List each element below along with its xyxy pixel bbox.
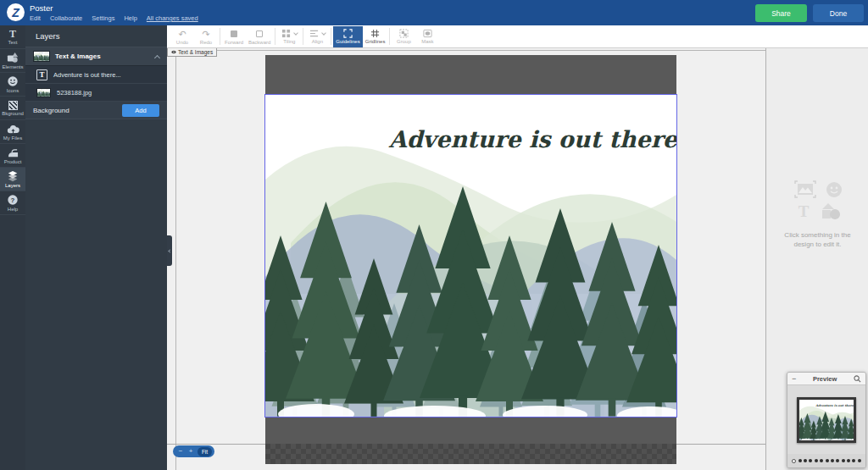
empty-selection-hint: Click something in the design to edit it… (774, 231, 862, 250)
elements-icon (7, 52, 19, 64)
document-title: Poster (30, 3, 53, 13)
zoom-out-button[interactable]: − (175, 446, 186, 456)
image-layer-thumbnail (36, 88, 51, 97)
preview-dot[interactable] (820, 459, 823, 462)
preview-dot[interactable] (826, 459, 829, 462)
design-canvas[interactable] (265, 95, 676, 417)
layers-icon (7, 170, 19, 182)
preview-dot[interactable] (842, 459, 845, 462)
cloud-upload-icon (7, 124, 19, 135)
zoom-control: − + Fit (173, 445, 214, 457)
help-icon: ? (7, 194, 19, 206)
top-bar: Z Poster Edit Collaborate Settings Help … (0, 0, 868, 25)
gridlines-icon (370, 29, 380, 38)
zoom-in-button[interactable]: + (186, 446, 196, 456)
rail-item-icons[interactable]: Icons (0, 73, 25, 97)
work-area: Text & Images − + Fit (167, 48, 765, 470)
layer-item-image[interactable]: 5238188.jpg (25, 84, 167, 102)
redo-icon: ↷ (202, 29, 209, 39)
menu-collaborate[interactable]: Collaborate (50, 14, 82, 22)
canvas-toolbar: ↶ Undo ↷ Redo Forward Backward Tiling (167, 25, 868, 48)
zoom-fit-button[interactable]: Fit (198, 447, 212, 456)
design-editor-window: Z Poster Edit Collaborate Settings Help … (0, 0, 868, 470)
done-button[interactable]: Done (813, 4, 864, 22)
preview-dot[interactable] (792, 459, 796, 463)
top-guideline (167, 50, 765, 51)
empty-selection-placeholder: T Click something in the design to edit … (766, 180, 868, 250)
text-icon: T (9, 29, 16, 39)
preview-header: − Preview (787, 373, 865, 385)
redo-button[interactable]: ↷ Redo (194, 26, 218, 47)
send-backward-icon (256, 29, 263, 39)
preview-dot[interactable] (852, 459, 855, 462)
align-icon (309, 29, 319, 38)
group-button[interactable]: Group (392, 26, 415, 47)
brand-logo-icon[interactable]: Z (7, 3, 25, 21)
text-layer-icon: T (36, 69, 47, 80)
rail-item-help[interactable]: ? Help (0, 191, 25, 215)
magnifier-icon[interactable] (854, 375, 861, 383)
layer-item-text[interactable]: T Adventure is out there... (25, 66, 167, 84)
product-press-icon (7, 147, 19, 158)
preview-dot[interactable] (858, 459, 861, 462)
svg-text:?: ? (11, 196, 15, 204)
menu-settings[interactable]: Settings (92, 14, 114, 22)
backward-button[interactable]: Backward (246, 26, 273, 47)
menu-bar: Edit Collaborate Settings Help All chang… (30, 14, 198, 22)
background-icon (8, 101, 18, 110)
panel-collapse-handle[interactable] (167, 235, 172, 266)
collapse-chevron-icon[interactable] (154, 54, 160, 60)
undo-button[interactable]: ↶ Undo (170, 26, 194, 47)
guidelines-toggle[interactable]: Guidelines (333, 26, 362, 47)
layers-panel: Layers Text & Images T Adventure is out … (25, 25, 167, 470)
inspector-panel: T Click something in the design to edit … (765, 48, 868, 470)
align-button[interactable]: Align (305, 26, 329, 47)
rail-item-product[interactable]: Product (0, 144, 25, 168)
preview-panel: − Preview (787, 372, 866, 468)
layer-group-thumbnail (33, 51, 50, 62)
tool-rail: T Text Elements Icons Bkground (0, 25, 25, 470)
layers-panel-title: Layers (25, 25, 167, 47)
preview-dot[interactable] (804, 459, 807, 462)
group-icon (399, 29, 409, 38)
rail-item-myfiles[interactable]: My Files (0, 120, 25, 144)
preview-dot[interactable] (836, 459, 839, 462)
svg-text:T: T (798, 202, 809, 220)
add-background-button[interactable]: Add (122, 104, 159, 117)
all-changes-saved-link[interactable]: All changes saved (147, 14, 198, 22)
smiley-icon (7, 75, 19, 87)
preview-thumbnail (799, 400, 854, 440)
shapes-placeholder-icon (821, 203, 841, 220)
poster-bleed-bottom (265, 417, 676, 444)
poster-transparency-strip (265, 444, 676, 464)
background-row: Background Add (25, 102, 167, 119)
mask-button[interactable]: Mask (415, 26, 439, 47)
layer-group-text-images[interactable]: Text & Images (25, 47, 167, 66)
preview-dot[interactable] (815, 459, 818, 462)
smiley-placeholder-icon (826, 181, 843, 198)
forward-button[interactable]: Forward (222, 26, 246, 47)
tiling-button[interactable]: Tiling (277, 26, 301, 47)
visibility-icon (171, 50, 176, 54)
gridlines-toggle[interactable]: Gridlines (363, 26, 388, 47)
rail-item-text[interactable]: T Text (0, 25, 25, 49)
canvas-tab-text-images[interactable]: Text & Images (167, 48, 217, 57)
image-placeholder-icon (793, 180, 817, 199)
rail-item-elements[interactable]: Elements (0, 49, 25, 73)
design-artwork[interactable] (265, 95, 676, 417)
rail-item-layers[interactable]: Layers (0, 168, 25, 191)
preview-product-frame[interactable] (797, 397, 856, 443)
undo-icon: ↶ (178, 29, 186, 39)
preview-dot[interactable] (847, 459, 850, 462)
mask-icon (423, 29, 432, 38)
preview-dot[interactable] (798, 459, 802, 462)
menu-edit[interactable]: Edit (30, 14, 41, 22)
chevron-left-icon (168, 249, 171, 252)
rail-item-background[interactable]: Bkground (0, 97, 25, 120)
menu-help[interactable]: Help (124, 14, 136, 22)
chevron-down-icon (293, 30, 298, 36)
share-button[interactable]: Share (755, 4, 807, 22)
preview-dot[interactable] (809, 459, 812, 462)
preview-dot[interactable] (831, 459, 834, 462)
poster-bleed-top (265, 55, 676, 95)
